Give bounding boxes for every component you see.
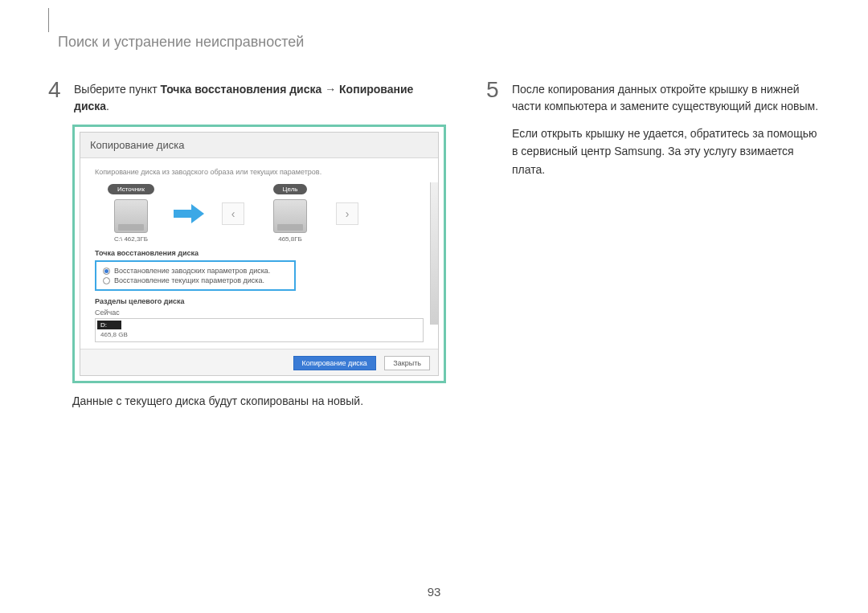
page-header: Поиск и устранение неисправностей	[48, 24, 820, 51]
dialog-title: Копирование диска	[80, 133, 438, 158]
partition-size: 465,8 GB	[97, 329, 421, 340]
step-4-text: Выберите пункт Точка восстановления диск…	[74, 79, 446, 115]
step-5-text: После копирования данных откройте крышку…	[512, 79, 820, 115]
copy-disk-button[interactable]: Копирование диска	[293, 356, 376, 370]
step4-bold1: Точка восстановления диска	[160, 83, 321, 96]
step-5-continue: Если открыть крышку не удается, обратите…	[512, 125, 820, 178]
partitions-label: Разделы целевого диска	[95, 297, 424, 305]
partition-display: Сейчас D: 465,8 GB	[95, 309, 424, 342]
source-capacity: С:\ 462,3ГБ	[95, 235, 167, 243]
dialog-description: Копирование диска из заводского образа и…	[95, 168, 424, 176]
step-number-5: 5	[486, 79, 502, 101]
step4-suffix: .	[106, 100, 109, 112]
target-disk: Цель 465,8ГБ	[254, 184, 326, 243]
partition-letter: D:	[97, 321, 121, 329]
step-number-4: 4	[48, 79, 64, 101]
now-label: Сейчас	[95, 309, 424, 317]
page-number: 93	[0, 585, 868, 599]
radio-icon	[103, 277, 110, 284]
disk-row: Источник С:\ 462,3ГБ ‹ Цель	[95, 184, 424, 243]
radio-factory-label: Восстановление заводских параметров диск…	[114, 267, 270, 275]
radio-current[interactable]: Восстановление текущих параметров диска.	[103, 276, 288, 285]
step4-arrow: →	[321, 83, 339, 96]
target-capacity: 465,8ГБ	[254, 235, 326, 243]
source-disk: Источник С:\ 462,3ГБ	[95, 184, 167, 243]
next-button[interactable]: ›	[336, 202, 358, 225]
step4-prefix: Выберите пункт	[74, 83, 160, 96]
radio-factory[interactable]: Восстановление заводских параметров диск…	[103, 266, 288, 276]
target-label: Цель	[273, 184, 308, 194]
arrow-right-icon	[174, 204, 206, 223]
radio-icon	[103, 268, 110, 275]
hdd-icon	[273, 199, 307, 233]
radio-current-label: Восстановление текущих параметров диска.	[114, 276, 264, 284]
source-label: Источник	[108, 184, 154, 194]
hdd-icon	[114, 199, 148, 233]
step-4-caption: Данные с текущего диска будут скопирован…	[72, 393, 446, 410]
recovery-options: Восстановление заводских параметров диск…	[95, 260, 296, 291]
dialog-footer: Копирование диска Закрыть	[80, 349, 438, 375]
scrollbar[interactable]	[430, 182, 438, 325]
prev-button[interactable]: ‹	[222, 202, 244, 225]
recovery-point-label: Точка восстановления диска	[95, 249, 424, 257]
close-button[interactable]: Закрыть	[384, 356, 430, 370]
screenshot-frame: Копирование диска Копирование диска из з…	[72, 125, 446, 383]
